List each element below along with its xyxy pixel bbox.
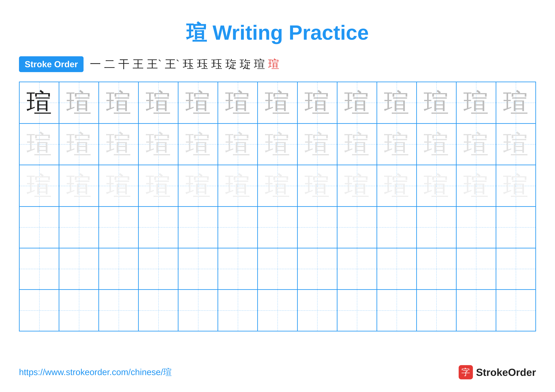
- grid-cell[interactable]: 瑄: [337, 82, 377, 123]
- grid-cell[interactable]: 瑄: [218, 165, 258, 207]
- grid-cell[interactable]: 瑄: [337, 123, 377, 165]
- grid-cell[interactable]: [139, 248, 178, 290]
- grid-cell[interactable]: 瑄: [178, 165, 218, 207]
- grid-cell[interactable]: [456, 248, 496, 290]
- grid-cell[interactable]: 瑄: [258, 82, 297, 123]
- grid-cell[interactable]: 瑄: [377, 123, 416, 165]
- cell-character: 瑄: [503, 90, 528, 115]
- grid-cell[interactable]: 瑄: [496, 123, 536, 165]
- grid-cell[interactable]: 瑄: [178, 123, 218, 165]
- grid-cell[interactable]: [456, 207, 496, 248]
- grid-cell[interactable]: [258, 207, 297, 248]
- cell-character: 瑄: [66, 173, 92, 199]
- grid-cell[interactable]: 瑄: [496, 82, 536, 123]
- grid-cell[interactable]: 瑄: [496, 165, 536, 207]
- grid-cell[interactable]: [178, 248, 218, 290]
- grid-cell[interactable]: 瑄: [456, 165, 496, 207]
- grid-cell[interactable]: [337, 290, 377, 331]
- grid-cell[interactable]: [19, 207, 59, 248]
- cell-character: 瑄: [424, 90, 449, 115]
- grid-cell[interactable]: [258, 248, 297, 290]
- grid-cell[interactable]: 瑄: [59, 123, 99, 165]
- grid-cell[interactable]: 瑄: [139, 82, 178, 123]
- grid-cell[interactable]: [496, 207, 536, 248]
- grid-cell[interactable]: 瑄: [218, 82, 258, 123]
- page-title: 瑄 Writing Practice: [19, 19, 536, 47]
- grid-cell[interactable]: 瑄: [99, 82, 139, 123]
- grid-cell[interactable]: [416, 248, 456, 290]
- cell-character: 瑄: [503, 132, 528, 157]
- grid-cell[interactable]: 瑄: [59, 82, 99, 123]
- grid-cell[interactable]: [99, 290, 139, 331]
- grid-cell[interactable]: 瑄: [297, 82, 337, 123]
- grid-cell[interactable]: [496, 290, 536, 331]
- grid-cell[interactable]: 瑄: [19, 165, 59, 207]
- grid-cell[interactable]: 瑄: [19, 123, 59, 165]
- grid-cell[interactable]: [99, 207, 139, 248]
- grid-cell[interactable]: [59, 290, 99, 331]
- grid-cell[interactable]: 瑄: [456, 82, 496, 123]
- cell-character: 瑄: [27, 173, 52, 199]
- stroke-step-2: 干: [118, 57, 129, 72]
- grid-cell[interactable]: [297, 290, 337, 331]
- grid-cell[interactable]: 瑄: [456, 123, 496, 165]
- cell-character: 瑄: [185, 173, 211, 199]
- grid-cell[interactable]: [297, 207, 337, 248]
- grid-cell[interactable]: [416, 207, 456, 248]
- grid-cell[interactable]: [59, 207, 99, 248]
- grid-cell[interactable]: 瑄: [178, 82, 218, 123]
- grid-cell[interactable]: 瑄: [337, 165, 377, 207]
- grid-cell[interactable]: 瑄: [99, 123, 139, 165]
- stroke-step-3: 王: [132, 57, 144, 72]
- grid-cell[interactable]: 瑄: [59, 165, 99, 207]
- grid-cell[interactable]: 瑄: [377, 82, 416, 123]
- grid-cell[interactable]: [19, 248, 59, 290]
- grid-cell[interactable]: [297, 248, 337, 290]
- grid-cell[interactable]: 瑄: [416, 165, 456, 207]
- cell-character: 瑄: [66, 90, 92, 115]
- grid-cell[interactable]: 瑄: [416, 82, 456, 123]
- grid-cell[interactable]: 瑄: [297, 123, 337, 165]
- grid-cell[interactable]: 瑄: [258, 123, 297, 165]
- stroke-step-9: 琁: [226, 57, 236, 72]
- grid-cell[interactable]: [337, 248, 377, 290]
- cell-character: 瑄: [424, 173, 449, 199]
- grid-cell[interactable]: [496, 248, 536, 290]
- grid-cell[interactable]: [218, 290, 258, 331]
- grid-cell[interactable]: [377, 207, 416, 248]
- grid-cell[interactable]: [139, 290, 178, 331]
- cell-character: 瑄: [463, 90, 489, 115]
- cell-character: 瑄: [305, 90, 330, 115]
- grid-cell[interactable]: 瑄: [139, 165, 178, 207]
- stroke-step-8: 珏: [211, 57, 222, 72]
- cell-character: 瑄: [384, 132, 409, 157]
- footer-logo: 字 StrokeOrder: [459, 365, 536, 379]
- grid-cell[interactable]: 瑄: [297, 165, 337, 207]
- grid-cell[interactable]: [377, 290, 416, 331]
- grid-cell[interactable]: [456, 290, 496, 331]
- grid-cell[interactable]: 瑄: [19, 82, 59, 123]
- grid-cell[interactable]: [218, 248, 258, 290]
- grid-cell[interactable]: 瑄: [99, 165, 139, 207]
- grid-cell[interactable]: [139, 207, 178, 248]
- grid-cell[interactable]: 瑄: [139, 123, 178, 165]
- grid-cell[interactable]: [258, 290, 297, 331]
- grid-cell[interactable]: 瑄: [377, 165, 416, 207]
- cell-character: 瑄: [265, 173, 290, 199]
- grid-cell[interactable]: 瑄: [416, 123, 456, 165]
- grid-cell[interactable]: [19, 290, 59, 331]
- grid-cell[interactable]: 瑄: [218, 123, 258, 165]
- grid-cell[interactable]: [377, 248, 416, 290]
- grid-cell[interactable]: 瑄: [258, 165, 297, 207]
- footer-url[interactable]: https://www.strokeorder.com/chinese/瑄: [19, 366, 172, 378]
- cell-character: 瑄: [265, 132, 290, 157]
- logo-icon: 字: [459, 365, 473, 379]
- grid-cell[interactable]: [416, 290, 456, 331]
- grid-cell[interactable]: [218, 207, 258, 248]
- cell-character: 瑄: [305, 132, 330, 157]
- grid-cell[interactable]: [178, 207, 218, 248]
- grid-cell[interactable]: [178, 290, 218, 331]
- grid-cell[interactable]: [59, 248, 99, 290]
- grid-cell[interactable]: [99, 248, 139, 290]
- grid-cell[interactable]: [337, 207, 377, 248]
